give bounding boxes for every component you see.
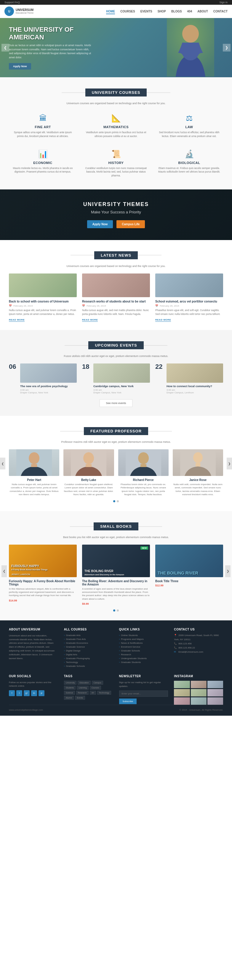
- calendar-icon-3: 📅: [155, 305, 158, 307]
- book-overlay-3: THE BOILING RIVER: [158, 571, 221, 576]
- course-desc-history: Curabitur vestibulum turpis non nunc mas…: [85, 166, 147, 178]
- footer-quicklink-3[interactable]: News & Notifications: [119, 642, 168, 644]
- topbar-right: Sign in: [219, 1, 227, 4]
- twitter-icon[interactable]: t: [16, 690, 22, 696]
- books-dot-2[interactable]: [117, 609, 119, 611]
- footer-course-link-1[interactable]: Graduate Arts: [64, 634, 113, 637]
- footer-socials-text: Follow us across popular stories and the…: [9, 681, 58, 688]
- courses-section: UNIVERSITY COURSES Universum courses are…: [0, 77, 232, 189]
- tag-art[interactable]: Art: [90, 691, 96, 695]
- prof-prev-button[interactable]: ❮: [0, 458, 5, 469]
- nav-item-404[interactable]: 404: [187, 10, 192, 13]
- footer-course-link-2[interactable]: Graduate Fine Arts: [64, 638, 113, 641]
- tag-campus[interactable]: Campus: [92, 681, 103, 685]
- facebook-icon[interactable]: f: [9, 690, 15, 696]
- themes-campus-button[interactable]: Campus Life: [117, 220, 145, 228]
- hero-cta-button[interactable]: Apply Now: [9, 63, 31, 70]
- svg-rect-13: [195, 463, 200, 466]
- hero-next-button[interactable]: ❯: [223, 44, 230, 51]
- tag-university[interactable]: University: [64, 681, 77, 685]
- tag-learning[interactable]: Learning: [77, 686, 88, 690]
- footer-quicklink-8[interactable]: Graduate Students: [119, 661, 168, 663]
- insta-img-1[interactable]: [174, 681, 190, 688]
- insta-img-6[interactable]: [207, 689, 223, 697]
- news-read-more-3[interactable]: READ MORE: [155, 318, 171, 322]
- tag-science[interactable]: Science: [64, 691, 75, 695]
- footer-tags-col: TAGS University Education Campus Student…: [64, 675, 113, 705]
- footer-quicklink-7[interactable]: Undergraduate Students: [119, 657, 168, 660]
- prof-dot-2[interactable]: [117, 500, 119, 502]
- insta-img-2[interactable]: [191, 681, 206, 688]
- googleplus-icon[interactable]: g+: [24, 690, 30, 696]
- footer-course-link-8[interactable]: Technology: [64, 661, 113, 663]
- newsletter-email-input[interactable]: [119, 690, 168, 697]
- course-item-fine-art: 🏛 FINE ART Synque aditus urna eget elit.…: [9, 111, 77, 141]
- tag-technology[interactable]: Technology: [97, 691, 111, 695]
- youtube-icon[interactable]: yt: [38, 690, 45, 696]
- newsletter-subscribe-button[interactable]: Subscribe: [119, 698, 137, 704]
- books-prev-button[interactable]: ❮: [2, 565, 7, 577]
- prof-dot-1[interactable]: [113, 500, 115, 502]
- footer-contact-title: CONTACT US: [174, 628, 223, 631]
- professor-1: Peter Hart Nulla cursus augue elit, sed …: [9, 449, 59, 496]
- footer-quicklink-1[interactable]: Online Students: [119, 634, 168, 637]
- news-read-more-2[interactable]: READ MORE: [82, 318, 98, 322]
- linkedin-icon[interactable]: in: [31, 690, 37, 696]
- nav-item-home[interactable]: HOME: [106, 10, 115, 13]
- news-read-more-1[interactable]: READ MORE: [9, 318, 25, 322]
- book-title-3: Book Title Three: [155, 579, 223, 583]
- footer-course-link-3[interactable]: Graduate Economics: [64, 642, 113, 644]
- footer-course-link-5[interactable]: Digital Design: [64, 649, 113, 652]
- nav-item-events[interactable]: EVENTS: [141, 10, 152, 13]
- footer-quicklink-4[interactable]: Enrolment Service: [119, 646, 168, 648]
- tag-events[interactable]: Events: [75, 696, 85, 700]
- footer-tags-list: University Education Campus Students Lea…: [64, 681, 113, 700]
- footer-newsletter-text: Sign up for our mailing list to get regu…: [119, 681, 168, 689]
- tag-courses[interactable]: Courses: [90, 686, 101, 690]
- insta-img-7[interactable]: [174, 697, 190, 705]
- footer-copyright: © 2015 - Universum. All Rights Reserved.: [179, 709, 223, 711]
- svg-point-6: [83, 452, 94, 464]
- tag-education[interactable]: Education: [78, 681, 90, 685]
- professor-image-4: [173, 449, 223, 476]
- insta-img-8[interactable]: [191, 697, 206, 705]
- footer-quicklink-2[interactable]: Programs and Majors: [119, 638, 168, 641]
- nav-item-shop[interactable]: SHOP: [158, 10, 166, 13]
- insta-img-5[interactable]: [191, 689, 206, 697]
- themes-apply-button[interactable]: Apply Now: [87, 220, 113, 228]
- insta-img-9[interactable]: [207, 697, 223, 705]
- footer-course-link-6[interactable]: Digital Arts: [64, 653, 113, 656]
- books-dot-1[interactable]: [113, 609, 115, 611]
- prof-next-button[interactable]: ❯: [227, 458, 232, 469]
- insta-img-4[interactable]: [174, 689, 190, 697]
- nav-item-courses[interactable]: COURSES: [120, 10, 135, 13]
- course-name-math: MATHEMATICS: [85, 125, 147, 129]
- courses-subtitle: Universum courses are organized based on…: [9, 102, 223, 105]
- footer-instagram-col: INSTAGRAM: [174, 675, 223, 705]
- footer-quicklink-5[interactable]: Graduate Schools: [119, 649, 168, 652]
- nav-item-about[interactable]: ABOUT: [197, 10, 208, 13]
- svg-point-12: [193, 452, 203, 463]
- footer-course-link-9[interactable]: Graduate Schools: [64, 665, 113, 667]
- course-item-math: 📐 MATHEMATICS Vestibulum ante ipsum prim…: [82, 111, 150, 141]
- footer-main-grid: ABOUT UNIVERSUM Universum about and our …: [9, 628, 223, 669]
- hero-prev-button[interactable]: ❮: [2, 44, 9, 51]
- event-date-1: 06: [9, 363, 17, 394]
- footer-quicklink-6[interactable]: Research: [119, 653, 168, 656]
- biological-icon: 🔬: [158, 150, 220, 159]
- nav-item-blogs[interactable]: BLOGS: [171, 10, 182, 13]
- news-image-3: [155, 274, 223, 297]
- logo-text: UNIVERSUM Educational Theme: [16, 8, 34, 14]
- insta-img-3[interactable]: [207, 681, 223, 688]
- tag-research[interactable]: Research: [76, 691, 89, 695]
- see-more-events-button[interactable]: See more events: [99, 399, 132, 407]
- nav-item-contact[interactable]: CONTACT: [213, 10, 227, 13]
- footer-course-link-4[interactable]: Graduate Science: [64, 646, 113, 648]
- footer-course-link-7[interactable]: Graduate Photography: [64, 657, 113, 660]
- books-next-button[interactable]: ❯: [225, 565, 230, 577]
- tag-alumni[interactable]: Alumni: [64, 696, 74, 700]
- event-date-3: 22: [155, 363, 163, 394]
- footer-courses-title: ALL COURSES: [64, 628, 113, 631]
- tag-students[interactable]: Students: [64, 686, 76, 690]
- book-cover-2: NEW THE BOILING RIVER Adventure and Disc…: [82, 545, 150, 577]
